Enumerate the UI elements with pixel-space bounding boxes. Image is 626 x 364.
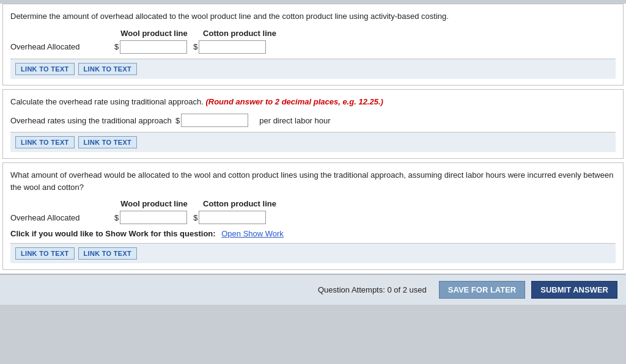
section-1-link-bar: LINK TO TEXT LINK TO TEXT (10, 59, 616, 79)
section-2-link-btn-1[interactable]: LINK TO TEXT (15, 136, 75, 148)
section-1-cotton-input[interactable] (199, 40, 266, 54)
dollar-sign-1b: $ (193, 42, 197, 51)
wool-header-3: Wool product line (117, 199, 191, 208)
section-2-intro-red: (Round answer to 2 decimal places, e.g. … (205, 97, 383, 106)
section-2-link-bar: LINK TO TEXT LINK TO TEXT (10, 132, 616, 152)
section-1-intro: Determine the amount of overhead allocat… (10, 10, 616, 23)
section-2-row-label: Overhead rates using the traditional app… (10, 116, 175, 125)
section-3-cotton-input[interactable] (199, 211, 266, 224)
footer-bar: Question Attempts: 0 of 2 used SAVE FOR … (0, 274, 626, 305)
section-3-link-btn-1[interactable]: LINK TO TEXT (15, 247, 75, 260)
section-3: What amount of overhead would be allocat… (2, 162, 624, 270)
section-1-row-label: Overhead Allocated (10, 42, 114, 51)
open-show-work-link[interactable]: Open Show Work (221, 229, 284, 238)
section-1-link-btn-1[interactable]: LINK TO TEXT (15, 63, 75, 75)
section-1-table-header: Wool product line Cotton product line (10, 29, 616, 38)
section-1-link-btn-2[interactable]: LINK TO TEXT (78, 63, 138, 75)
section-1: Determine the amount of overhead allocat… (2, 4, 624, 86)
section-2-input-group: $ (175, 114, 248, 127)
cotton-header-3: Cotton product line (191, 199, 289, 208)
section-1-input-row: Overhead Allocated $ $ (10, 40, 616, 54)
cotton-header-1: Cotton product line (191, 29, 289, 38)
show-work-label: Click if you would like to Show Work for… (10, 229, 216, 238)
save-for-later-button[interactable]: SAVE FOR LATER (439, 281, 525, 299)
section-2-intro-plain: Calculate the overhead rate using tradit… (10, 97, 205, 106)
section-3-wool-input-group: $ (114, 211, 187, 224)
section-2-per-label: per direct labor hour (259, 116, 330, 125)
dollar-sign-3a: $ (114, 213, 119, 222)
submit-answer-button[interactable]: SUBMIT ANSWER (531, 281, 617, 299)
main-container: Determine the amount of overhead allocat… (0, 4, 626, 305)
section-2: Calculate the overhead rate using tradit… (2, 89, 624, 159)
section-3-row-label: Overhead Allocated (10, 213, 114, 222)
section-2-input-row: Overhead rates using the traditional app… (10, 114, 616, 127)
section-2-rate-input[interactable] (181, 114, 248, 127)
section-3-link-bar: LINK TO TEXT LINK TO TEXT (10, 243, 616, 263)
section-1-wool-input-group: $ (114, 40, 187, 54)
section-1-wool-input[interactable] (120, 40, 187, 54)
section-3-cotton-input-group: $ (193, 211, 266, 224)
section-1-cotton-input-group: $ (193, 40, 266, 54)
dollar-sign-1a: $ (114, 42, 119, 51)
dollar-sign-3b: $ (193, 213, 197, 222)
section-3-wool-input[interactable] (120, 211, 187, 224)
section-3-link-btn-2[interactable]: LINK TO TEXT (78, 247, 138, 260)
section-2-intro: Calculate the overhead rate using tradit… (10, 96, 616, 108)
section-3-input-row: Overhead Allocated $ $ (10, 211, 616, 224)
dollar-sign-2: $ (175, 116, 180, 125)
attempts-label: Question Attempts: 0 of 2 used (318, 285, 427, 294)
section-3-table-header: Wool product line Cotton product line (10, 199, 616, 208)
section-2-link-btn-2[interactable]: LINK TO TEXT (78, 136, 138, 148)
section-3-intro: What amount of overhead would be allocat… (10, 169, 616, 193)
wool-header-1: Wool product line (117, 29, 191, 38)
show-work-row: Click if you would like to Show Work for… (10, 229, 616, 238)
